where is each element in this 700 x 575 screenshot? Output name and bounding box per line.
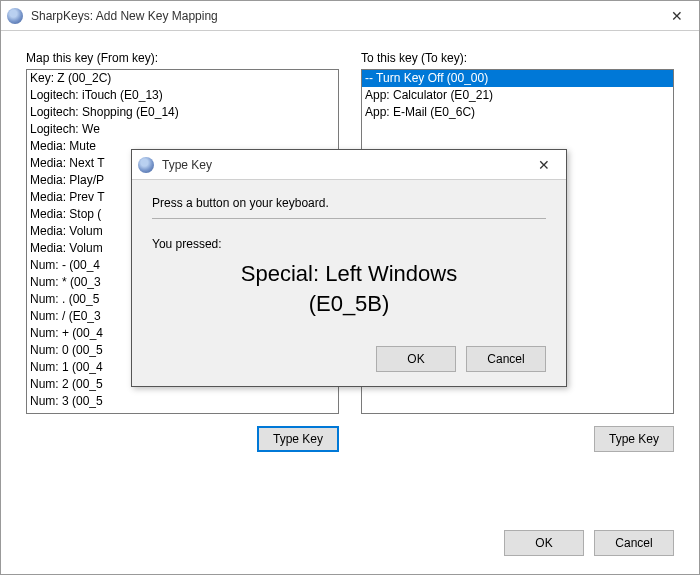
close-icon[interactable]: ✕ <box>654 1 699 31</box>
dialog-body: Press a button on your keyboard. You pre… <box>132 180 566 386</box>
list-item[interactable]: App: Calculator (E0_21) <box>362 87 673 104</box>
list-item[interactable]: Key: Z (00_2C) <box>27 70 338 87</box>
close-icon[interactable]: ✕ <box>521 150 566 180</box>
window-title: SharpKeys: Add New Key Mapping <box>31 9 218 23</box>
type-key-dialog: Type Key ✕ Press a button on your keyboa… <box>131 149 567 387</box>
list-item[interactable]: Logitech: We <box>27 121 338 138</box>
list-item[interactable]: Logitech: iTouch (E0_13) <box>27 87 338 104</box>
main-titlebar: SharpKeys: Add New Key Mapping ✕ <box>1 1 699 31</box>
main-button-row: OK Cancel <box>504 530 674 556</box>
from-type-key-button[interactable]: Type Key <box>257 426 339 452</box>
list-item[interactable]: App: E-Mail (E0_6C) <box>362 104 673 121</box>
dialog-pressed-label: You pressed: <box>152 237 546 251</box>
dialog-cancel-button[interactable]: Cancel <box>466 346 546 372</box>
dialog-key-line1: Special: Left Windows <box>241 261 457 286</box>
app-icon <box>138 157 154 173</box>
main-cancel-button[interactable]: Cancel <box>594 530 674 556</box>
list-item[interactable]: Num: 3 (00_5 <box>27 393 338 410</box>
from-group-label: Map this key (From key): <box>26 51 339 69</box>
divider <box>152 218 546 219</box>
main-ok-button[interactable]: OK <box>504 530 584 556</box>
dialog-instruction: Press a button on your keyboard. <box>152 196 546 210</box>
list-item[interactable]: Logitech: Shopping (E0_14) <box>27 104 338 121</box>
dialog-titlebar: Type Key ✕ <box>132 150 566 180</box>
app-icon <box>7 8 23 24</box>
dialog-ok-button[interactable]: OK <box>376 346 456 372</box>
to-group-label: To this key (To key): <box>361 51 674 69</box>
dialog-button-row: OK Cancel <box>152 346 546 372</box>
dialog-title: Type Key <box>162 158 212 172</box>
dialog-key-readout: Special: Left Windows (E0_5B) <box>152 259 546 318</box>
to-type-key-button[interactable]: Type Key <box>594 426 674 452</box>
dialog-key-line2: (E0_5B) <box>309 291 390 316</box>
list-item[interactable]: -- Turn Key Off (00_00) <box>362 70 673 87</box>
